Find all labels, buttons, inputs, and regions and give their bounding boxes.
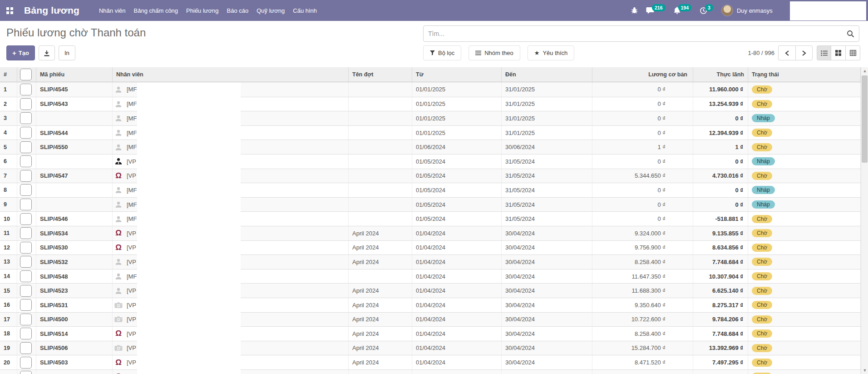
base-wage-cell[interactable]: 9.324.000 ₫ bbox=[592, 226, 693, 240]
date-to-cell[interactable]: 30/04/2024 bbox=[502, 241, 592, 255]
scroll-up-arrow[interactable]: ▲ bbox=[861, 67, 868, 75]
date-to-cell[interactable]: 31/05/2024 bbox=[502, 198, 592, 212]
status-cell[interactable]: Nháp bbox=[748, 198, 861, 212]
slip-number-cell[interactable]: SLIP/4532 bbox=[36, 255, 113, 269]
date-to-cell[interactable]: 30/04/2024 bbox=[502, 255, 592, 269]
export-download-button[interactable] bbox=[39, 45, 55, 60]
batch-cell[interactable]: April 2024 bbox=[349, 327, 412, 341]
base-wage-cell[interactable]: 0 ₫ bbox=[592, 82, 693, 97]
list-view-button[interactable] bbox=[817, 45, 831, 60]
batch-cell[interactable]: April 2024 bbox=[349, 341, 412, 355]
date-to-cell[interactable]: 30/04/2024 bbox=[502, 313, 592, 327]
activities-clock-icon[interactable]: 3 bbox=[700, 7, 713, 15]
search-input[interactable] bbox=[424, 30, 847, 37]
date-from-cell[interactable]: 01/04/2024 bbox=[412, 269, 502, 284]
date-to-cell[interactable]: 31/01/2025 bbox=[502, 82, 592, 97]
table-row[interactable]: 13 SLIP/4532 [VP April 2024 01/04/2024 3… bbox=[0, 254, 861, 269]
date-from-cell[interactable]: 01/04/2024 bbox=[412, 341, 502, 355]
slip-number-cell[interactable]: SLIP/4500 bbox=[36, 313, 113, 327]
slip-number-cell[interactable] bbox=[36, 155, 113, 169]
status-cell[interactable]: Chờ bbox=[748, 241, 861, 255]
date-from-cell[interactable]: 01/04/2024 bbox=[412, 241, 502, 255]
row-checkbox[interactable] bbox=[20, 299, 32, 311]
slip-number-cell[interactable]: SLIP/4513 bbox=[36, 370, 113, 374]
date-from-cell[interactable]: 01/04/2024 bbox=[412, 355, 502, 369]
table-row[interactable]: 10 SLIP/4546 [MF 01/05/2024 31/05/2024 0… bbox=[0, 211, 861, 226]
date-from-cell[interactable]: 01/04/2024 bbox=[412, 313, 502, 327]
date-from-cell[interactable]: 01/04/2024 bbox=[412, 327, 502, 341]
base-wage-cell[interactable]: 5.344.650 ₫ bbox=[592, 169, 693, 183]
date-to-cell[interactable]: 30/04/2024 bbox=[502, 269, 592, 284]
net-wage-cell[interactable]: 7.748.684 ₫ bbox=[693, 370, 748, 374]
debug-bug-icon[interactable] bbox=[631, 7, 638, 14]
slip-number-cell[interactable]: SLIP/4534 bbox=[36, 226, 113, 240]
base-wage-cell[interactable]: 15.284.700 ₫ bbox=[592, 341, 693, 355]
row-checkbox[interactable] bbox=[20, 227, 32, 239]
date-from-cell[interactable]: 01/05/2024 bbox=[412, 198, 502, 212]
table-row[interactable]: 4 SLIP/4544 [MF 01/01/2025 31/01/2025 0 … bbox=[0, 125, 861, 140]
header-employee[interactable]: Nhân viên bbox=[113, 67, 349, 82]
base-wage-cell[interactable]: 8.258.400 ₫ bbox=[592, 255, 693, 269]
status-cell[interactable]: Chờ bbox=[748, 284, 861, 298]
slip-number-cell[interactable]: SLIP/4531 bbox=[36, 298, 113, 312]
net-wage-cell[interactable]: 9.784.206 ₫ bbox=[693, 313, 748, 327]
net-wage-cell[interactable]: 7.748.684 ₫ bbox=[693, 327, 748, 341]
date-from-cell[interactable]: 01/04/2024 bbox=[412, 284, 502, 298]
date-from-cell[interactable]: 01/04/2024 bbox=[412, 255, 502, 269]
row-checkbox[interactable] bbox=[20, 314, 32, 325]
header-to[interactable]: Đến bbox=[502, 67, 592, 82]
row-checkbox[interactable] bbox=[20, 84, 32, 95]
date-to-cell[interactable]: 30/04/2024 bbox=[502, 370, 592, 374]
batch-cell[interactable]: April 2024 bbox=[349, 370, 412, 374]
net-wage-cell[interactable]: 8.275.317 ₫ bbox=[693, 298, 748, 312]
slip-number-cell[interactable]: SLIP/4506 bbox=[36, 341, 113, 355]
date-from-cell[interactable]: 01/05/2024 bbox=[412, 169, 502, 183]
status-cell[interactable]: Chờ bbox=[748, 298, 861, 312]
status-cell[interactable]: Chờ bbox=[748, 140, 861, 154]
slip-number-cell[interactable]: SLIP/4544 bbox=[36, 126, 113, 140]
date-from-cell[interactable]: 01/01/2025 bbox=[412, 126, 502, 140]
row-checkbox[interactable] bbox=[20, 213, 32, 225]
status-cell[interactable]: Chờ bbox=[748, 97, 861, 111]
table-row[interactable]: 11 SLIP/4534 Ω [VP April 2024 01/04/2024… bbox=[0, 226, 861, 240]
status-cell[interactable]: Chờ bbox=[748, 169, 861, 183]
date-to-cell[interactable]: 30/04/2024 bbox=[502, 226, 592, 240]
header-slip[interactable]: Mã phiếu bbox=[36, 67, 113, 82]
menu-phieu-luong[interactable]: Phiếu lương bbox=[182, 5, 222, 17]
filters-button[interactable]: Bộ lọc bbox=[423, 45, 461, 60]
date-to-cell[interactable]: 31/01/2025 bbox=[502, 111, 592, 125]
status-cell[interactable]: Chờ bbox=[748, 212, 861, 226]
base-wage-cell[interactable]: 1 ₫ bbox=[592, 140, 693, 154]
date-to-cell[interactable]: 31/01/2025 bbox=[502, 97, 592, 111]
slip-number-cell[interactable]: SLIP/4545 bbox=[36, 82, 113, 97]
row-checkbox[interactable] bbox=[20, 98, 32, 110]
batch-cell[interactable] bbox=[349, 212, 412, 226]
batch-cell[interactable] bbox=[349, 126, 412, 140]
table-row[interactable]: 14 SLIP/4548 [MF 01/04/2024 30/04/2024 1… bbox=[0, 269, 861, 284]
table-row[interactable]: 19 SLIP/4506 [VP April 2024 01/04/2024 3… bbox=[0, 341, 861, 355]
slip-number-cell[interactable]: SLIP/4523 bbox=[36, 284, 113, 298]
net-wage-cell[interactable]: 0 ₫ bbox=[693, 155, 748, 169]
slip-number-cell[interactable] bbox=[36, 198, 113, 212]
status-cell[interactable]: Nháp bbox=[748, 183, 861, 197]
row-checkbox[interactable] bbox=[20, 170, 32, 182]
net-wage-cell[interactable]: 7.748.684 ₫ bbox=[693, 255, 748, 269]
net-wage-cell[interactable]: 7.497.295 ₫ bbox=[693, 355, 748, 369]
date-to-cell[interactable]: 31/01/2025 bbox=[502, 126, 592, 140]
net-wage-cell[interactable]: 6.625.140 ₫ bbox=[693, 284, 748, 298]
table-row[interactable]: 12 SLIP/4530 Ω [VP April 2024 01/04/2024… bbox=[0, 240, 861, 255]
base-wage-cell[interactable]: 8.258.400 ₫ bbox=[592, 327, 693, 341]
row-checkbox[interactable] bbox=[20, 141, 32, 153]
date-from-cell[interactable]: 01/04/2024 bbox=[412, 298, 502, 312]
base-wage-cell[interactable]: 9.350.640 ₫ bbox=[592, 298, 693, 312]
favorites-button[interactable]: ★ Yêu thích bbox=[528, 45, 575, 60]
status-cell[interactable]: Nháp bbox=[748, 111, 861, 125]
batch-cell[interactable]: April 2024 bbox=[349, 255, 412, 269]
menu-nhan-vien[interactable]: Nhân viên bbox=[95, 5, 130, 17]
date-to-cell[interactable]: 31/05/2024 bbox=[502, 155, 592, 169]
table-row[interactable]: 5 SLIP/4550 [MF 01/06/2024 30/06/2024 1 … bbox=[0, 140, 861, 154]
status-cell[interactable]: Chờ bbox=[748, 355, 861, 369]
net-wage-cell[interactable]: 0 ₫ bbox=[693, 111, 748, 125]
menu-quy-luong[interactable]: Quỹ lương bbox=[252, 5, 289, 17]
slip-number-cell[interactable]: SLIP/4503 bbox=[36, 355, 113, 369]
